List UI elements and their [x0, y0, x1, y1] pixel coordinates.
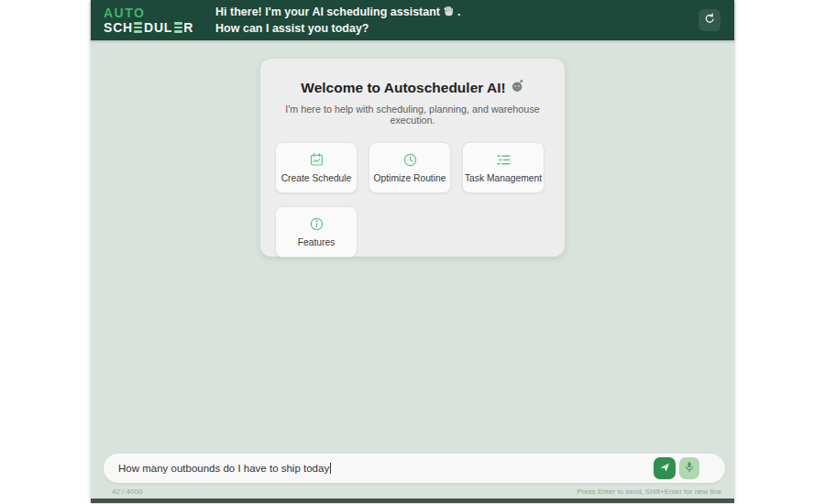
keyboard-hint: Press Enter to send, Shift+Enter for new… [577, 488, 721, 496]
logo-e-bars-icon [174, 22, 182, 33]
page: AUTO SCHDULR Hi there! I'm your AI sched… [0, 0, 825, 504]
microphone-icon [684, 461, 695, 476]
autoscheduler-logo: AUTO SCHDULR [104, 6, 193, 34]
calendar-icon [309, 152, 324, 168]
text-cursor [330, 463, 331, 474]
features-button[interactable]: Features [275, 206, 358, 257]
composer-buttons [654, 457, 699, 479]
composer-meta: 42 / 4000 Press Enter to send, Shift+Ent… [112, 488, 721, 496]
paper-plane-icon [659, 461, 671, 476]
autoscheduler-app: AUTO SCHDULR Hi there! I'm your AI sched… [91, 0, 734, 503]
greeting-line-2: How can I assist you today? [215, 21, 460, 37]
action-label: Create Schedule [281, 173, 352, 183]
char-counter: 42 / 4000 [112, 488, 142, 496]
greeting-line-1: Hi there! I'm your AI scheduling assista… [215, 5, 460, 21]
welcome-title: Welcome to Autoscheduler AI! [275, 79, 550, 96]
robot-icon [511, 79, 524, 96]
action-label: Optimize Routine [374, 173, 446, 183]
send-button[interactable] [654, 457, 676, 479]
message-composer: How many outbounds do I have to ship tod… [91, 454, 734, 499]
task-list-icon [496, 152, 512, 168]
refresh-icon [704, 13, 716, 27]
message-input[interactable]: How many outbounds do I have to ship tod… [104, 463, 654, 474]
quick-actions: Create Schedule Optimize Routine [275, 142, 550, 257]
action-label: Task Management [465, 173, 542, 183]
welcome-card: Welcome to Autoscheduler AI! I'm here to… [260, 59, 565, 257]
logo-line2: SCHDULR [104, 21, 193, 34]
app-header: AUTO SCHDULR Hi there! I'm your AI sched… [91, 0, 734, 40]
optimize-routine-button[interactable]: Optimize Routine [368, 142, 451, 193]
mic-button[interactable] [679, 457, 699, 479]
create-schedule-button[interactable]: Create Schedule [275, 142, 358, 193]
action-label: Features [298, 237, 336, 247]
chat-area: Welcome to Autoscheduler AI! I'm here to… [91, 40, 734, 458]
task-management-button[interactable]: Task Management [462, 142, 544, 193]
logo-e-bars-icon [134, 22, 142, 33]
window-bottom-edge [91, 499, 734, 503]
waving-hand-icon [443, 5, 455, 21]
logo-line1: AUTO [104, 6, 193, 19]
assistant-greeting: Hi there! I'm your AI scheduling assista… [215, 5, 460, 37]
input-pill: How many outbounds do I have to ship tod… [104, 454, 725, 483]
welcome-subtitle: I'm here to help with scheduling, planni… [275, 104, 550, 126]
refresh-button[interactable] [698, 9, 720, 31]
clock-icon [402, 152, 418, 168]
info-icon [309, 216, 324, 232]
